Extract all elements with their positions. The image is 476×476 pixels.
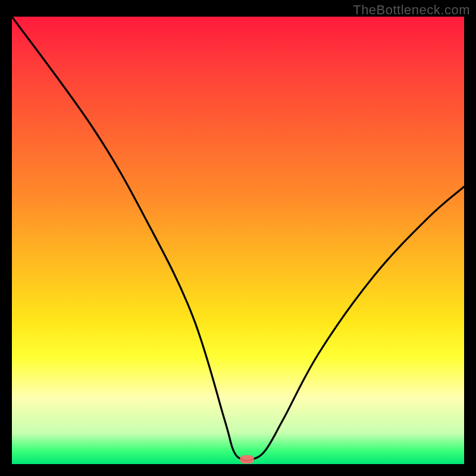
watermark-text: TheBottleneck.com bbox=[353, 2, 470, 18]
chart-frame: TheBottleneck.com bbox=[0, 0, 476, 476]
optimal-point-marker bbox=[240, 455, 254, 464]
bottleneck-curve bbox=[12, 17, 464, 464]
plot-area bbox=[12, 17, 464, 464]
